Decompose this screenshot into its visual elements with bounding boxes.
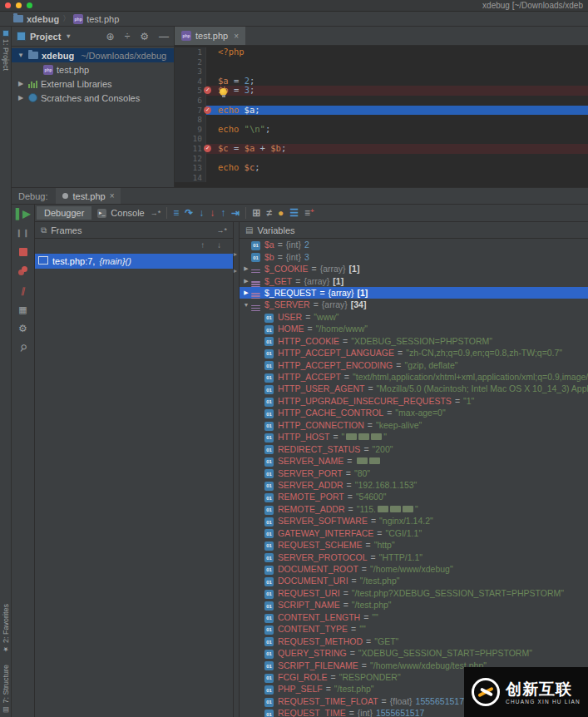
stop-icon[interactable]: [17, 246, 29, 258]
variable-row[interactable]: 01HTTP_HOST="": [240, 431, 588, 443]
intention-bulb-icon[interactable]: [220, 88, 227, 96]
variable-row[interactable]: ▶$_COOKIE={array}[1]: [240, 263, 588, 274]
variables-list[interactable]: 01$a={int}201$b={int}3▶$_COOKIE={array}[…: [240, 239, 588, 717]
variable-row[interactable]: 01$b={int}3: [240, 250, 588, 262]
breakpoint-icon[interactable]: ✓: [204, 145, 211, 152]
variable-expand-icon[interactable]: ▶: [241, 278, 251, 284]
evaluate-expression-icon[interactable]: ⊞: [252, 207, 260, 219]
view-breakpoints-icon[interactable]: [17, 265, 29, 277]
breakpoint-icon[interactable]: ✓: [204, 106, 211, 114]
step-into-icon[interactable]: ↓: [199, 207, 204, 219]
stack-frame-row[interactable]: test.php:7, {main}(): [35, 254, 233, 269]
variable-row[interactable]: 01REQUEST_METHOD="GET": [240, 635, 588, 646]
variable-row[interactable]: 01SERVER_PORT="80": [240, 467, 588, 478]
editor-body[interactable]: 1<?php234$a = 2;5✓$b = 3;67✓echo $a;89ec…: [175, 46, 588, 187]
variable-row[interactable]: ▶$_GET={array}[1]: [240, 274, 588, 286]
stripe-project-button[interactable]: 1: Project: [0, 30, 12, 71]
gutter-line-number[interactable]: 6: [175, 96, 206, 106]
variable-row[interactable]: 01HTTP_ACCEPT="text/html,application/xht…: [240, 371, 588, 383]
layout-settings-icon[interactable]: ☰: [289, 207, 299, 219]
gutter-line-number[interactable]: 7✓: [175, 106, 206, 116]
variable-row[interactable]: 01REDIRECT_STATUS="200": [240, 443, 588, 454]
tree-expand-icon[interactable]: ▶: [17, 94, 25, 101]
breadcrumb-file[interactable]: php test.php: [73, 14, 119, 24]
variable-row[interactable]: 01SERVER_ADDR="192.168.1.153": [240, 479, 588, 491]
step-over-icon[interactable]: ↷: [185, 207, 193, 219]
tree-item-external-libraries[interactable]: ▶External Libraries: [12, 77, 174, 91]
variable-expand-icon[interactable]: ▶: [241, 289, 251, 296]
variable-row[interactable]: 01HOME="/home/www": [240, 323, 588, 334]
gutter-line-number[interactable]: 12: [175, 154, 206, 164]
close-icon[interactable]: ×: [110, 191, 115, 200]
variable-row[interactable]: 01USER="www": [240, 311, 588, 323]
gutter-line-number[interactable]: 9: [175, 125, 206, 135]
variable-row[interactable]: 01REQUEST_URI="/test.php?XDEBUG_SESSION_…: [240, 587, 588, 599]
step-out-icon[interactable]: ↑: [220, 207, 225, 219]
tab-debugger[interactable]: Debugger: [37, 206, 91, 220]
variable-row[interactable]: 01SERVER_NAME=: [240, 455, 588, 467]
variable-row[interactable]: 01SERVER_PROTOCOL="HTTP/1.1": [240, 551, 588, 562]
frames-options-icon[interactable]: →*: [216, 226, 227, 235]
close-tab-icon[interactable]: ×: [234, 32, 239, 41]
variable-row[interactable]: 01HTTP_COOKIE="XDEBUG_SESSION=PHPSTORM": [240, 335, 588, 347]
variable-row[interactable]: ▶$_REQUEST={array}[1]: [240, 287, 588, 299]
frames-list[interactable]: ↑ ↓ test.php:7, {main}(): [35, 239, 233, 717]
tree-item-xdebug[interactable]: ▼xdebug~/Downloads/xdebug: [12, 48, 174, 62]
variable-row[interactable]: 01DOCUMENT_ROOT="/home/www/xdebug": [240, 563, 588, 575]
thread-dump-icon[interactable]: ●: [278, 207, 284, 219]
code-line[interactable]: 7✓echo $a;: [175, 106, 588, 116]
variable-row[interactable]: 01CONTENT_TYPE="": [240, 623, 588, 635]
locate-file-icon[interactable]: ⊕: [106, 31, 115, 42]
code-line[interactable]: 9echo "\n";: [175, 125, 588, 135]
variable-row[interactable]: 01HTTP_CONNECTION="keep-alive": [240, 419, 588, 431]
tree-expand-icon[interactable]: ▼: [17, 52, 25, 59]
code-line[interactable]: 13echo $c;: [175, 163, 588, 173]
gutter-line-number[interactable]: 10: [175, 134, 206, 144]
gutter-line-number[interactable]: 1: [175, 47, 206, 57]
mute-breakpoints-icon[interactable]: ∥: [16, 284, 30, 296]
variable-row[interactable]: 01HTTP_USER_AGENT="Mozilla/5.0 (Macintos…: [240, 383, 588, 394]
variable-row[interactable]: 01HTTP_ACCEPT_ENCODING="gzip, deflate": [240, 358, 588, 370]
variable-expand-icon[interactable]: ▶: [241, 265, 251, 272]
editor-tab-test-php[interactable]: php test.php ×: [175, 27, 245, 45]
gutter-line-number[interactable]: 11✓: [175, 144, 206, 154]
panel-splitter[interactable]: ▸ ▸: [234, 222, 240, 717]
gutter-line-number[interactable]: 5✓: [175, 86, 206, 96]
variable-row[interactable]: 01HTTP_ACCEPT_LANGUAGE="zh-CN,zh;q=0.9,e…: [240, 347, 588, 358]
gutter-line-number[interactable]: 2: [175, 57, 206, 67]
code-line[interactable]: 1<?php: [175, 47, 588, 57]
variable-row[interactable]: 01GATEWAY_INTERFACE="CGI/1.1": [240, 527, 588, 539]
gear-icon[interactable]: ⚙: [140, 31, 149, 42]
variable-row[interactable]: 01$a={int}2: [240, 239, 588, 250]
mute-breakpoints-toolbar-icon[interactable]: ≠: [266, 207, 272, 219]
gutter-line-number[interactable]: 4: [175, 77, 206, 87]
gutter-line-number[interactable]: 13: [175, 163, 206, 173]
variable-row[interactable]: 01CONTENT_LENGTH="": [240, 611, 588, 623]
gutter-line-number[interactable]: 14: [175, 173, 206, 183]
debug-settings-gear-icon[interactable]: ⚙: [17, 323, 29, 334]
run-to-cursor-icon[interactable]: ⇥: [231, 207, 240, 219]
frame-nav-arrows[interactable]: ↑ ↓: [200, 240, 226, 250]
project-view-selector[interactable]: Project ▾: [17, 32, 70, 42]
variable-row[interactable]: 01DOCUMENT_URI="/test.php": [240, 575, 588, 586]
tree-expand-icon[interactable]: ▶: [17, 80, 25, 87]
collapse-all-icon[interactable]: ÷: [125, 31, 131, 42]
splitter-arrow-icon[interactable]: ▸: [234, 250, 237, 258]
add-watch-icon[interactable]: ≡+: [304, 207, 314, 219]
variable-row[interactable]: 01REQUEST_SCHEME="http": [240, 539, 588, 551]
variable-row[interactable]: 01REMOTE_ADDR="115.": [240, 503, 588, 515]
tab-console[interactable]: ▸_ Console: [97, 208, 144, 218]
code-line[interactable]: 11✓$c = $a + $b;: [175, 144, 588, 154]
tree-item-test-php[interactable]: phptest.php: [12, 62, 174, 77]
splitter-arrow-icon[interactable]: ▸: [234, 267, 237, 274]
variable-row[interactable]: 01REMOTE_PORT="54600": [240, 491, 588, 502]
variable-row[interactable]: 01SCRIPT_NAME="/test.php": [240, 599, 588, 611]
variable-row[interactable]: 01HTTP_CACHE_CONTROL="max-age=0": [240, 407, 588, 418]
breadcrumb-project[interactable]: xdebug: [13, 14, 59, 24]
code-line[interactable]: 2: [175, 57, 588, 67]
force-step-into-icon[interactable]: ↓: [210, 207, 215, 219]
pause-program-icon[interactable]: ❙❙: [17, 227, 29, 239]
close-window-button[interactable]: [5, 2, 11, 8]
code-line[interactable]: 5✓$b = 3;: [175, 86, 588, 96]
stripe-structure-button[interactable]: ▤ 7: Structure: [2, 665, 10, 714]
